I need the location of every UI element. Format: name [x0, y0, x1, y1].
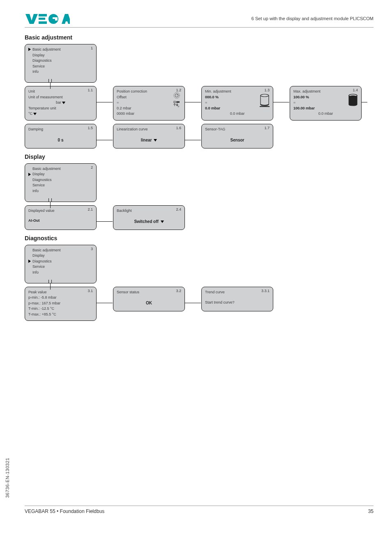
box-linearization: 1.6 Linearization curve linear: [113, 124, 185, 149]
box-title: Unit: [28, 89, 93, 95]
box-position-correction: 1.2 Position correction Offset = 0.2 mba…: [113, 86, 185, 121]
tank-low-icon: [260, 94, 270, 109]
box-title: Trend curve: [205, 290, 270, 295]
box-line: 0.2 mbar: [117, 106, 181, 111]
box-min-adjustment: 1.3 Min. adjustment 000.0 % = 0.0 mbar 0…: [201, 86, 273, 121]
box-peak-value: 3.1 Peak value p-min.: -5.8 mbar p-max.:…: [25, 287, 97, 321]
svg-point-15: [261, 94, 269, 97]
chevron-down-icon: [154, 139, 157, 142]
box-title: Linearization curve: [117, 127, 181, 132]
box-title: Peak value: [28, 290, 93, 295]
box-value: Sensor: [205, 138, 270, 142]
box-number: 2: [91, 165, 93, 169]
box-line: 0000 mbar: [117, 111, 181, 117]
box-value: AI-Out: [28, 218, 93, 223]
footer-left: VEGABAR 55 • Foundation Fieldbus: [25, 508, 104, 514]
box-damping: 1.5 Damping 0 s: [25, 124, 97, 149]
box-value: linear: [117, 138, 181, 142]
box-number: 1.2: [176, 88, 181, 92]
page-number: 35: [368, 508, 374, 514]
document-id: 36736-EN-130321: [5, 458, 10, 498]
box-value: Start trend curve?: [205, 300, 270, 306]
menu-item: Basic adjustment: [32, 47, 93, 53]
menu-box-2: 2 Basic adjustment Display Diagnostics S…: [25, 163, 97, 202]
menu-item: Basic adjustment: [32, 166, 93, 172]
box-number: 3: [91, 247, 93, 251]
box-unit: 1.1 Unit Unit of measurement bar Tempera…: [25, 86, 97, 121]
section-display: Display: [25, 153, 374, 160]
svg-rect-3: [39, 21, 47, 24]
box-value: OK: [117, 301, 181, 305]
box-title: Position correction: [117, 89, 181, 95]
menu-box-3: 3 Basic adjustment Display Diagnostics S…: [25, 245, 97, 283]
box-number: 3.3.1: [261, 289, 270, 293]
box-number: 2.4: [176, 207, 181, 211]
box-line: T-max.: +85.5 °C: [28, 312, 93, 318]
menu-item: Diagnostics: [32, 259, 93, 265]
box-max-adjustment: 1.4 Max. adjustment 100.00 % = 100.00 mb…: [290, 86, 362, 121]
svg-line-7: [177, 94, 178, 95]
box-displayed-value: 2.1 Displayed value AI-Out: [25, 205, 97, 230]
menu-item: Diagnostics: [32, 177, 93, 183]
box-number: 1.7: [264, 126, 270, 130]
box-number: 1.1: [88, 88, 93, 92]
menu-item: Info: [32, 69, 93, 75]
menu-item: Diagnostics: [32, 58, 93, 64]
chevron-down-icon: [62, 102, 65, 104]
chapter-title: 6 Set up with the display and adjustment…: [251, 16, 374, 21]
box-number: 1.6: [176, 126, 181, 130]
svg-rect-1: [39, 14, 47, 16]
box-title: Sensor-TAG: [205, 127, 270, 132]
svg-rect-8: [174, 101, 175, 103]
box-backlight: 2.4 Backlight Switched off: [113, 205, 185, 230]
box-sensor-tag: 1.7 Sensor-TAG Sensor: [201, 124, 273, 149]
menu-item: Service: [32, 264, 93, 270]
menu-item: Display: [32, 172, 93, 177]
box-number: 3.2: [176, 289, 181, 293]
svg-rect-16: [260, 106, 270, 107]
box-sensor-status: 3.2 Sensor status OK: [113, 287, 185, 311]
section-diagnostics: Diagnostics: [25, 235, 374, 241]
menu-item: Service: [32, 64, 93, 70]
box-line: bar: [28, 100, 93, 106]
menu-item: Display: [32, 53, 93, 58]
gauge-icon: p: [172, 92, 181, 109]
box-line: =: [117, 100, 181, 106]
box-line: °C: [28, 111, 93, 117]
box-number: 1: [91, 46, 93, 50]
box-line: 0.0 mbar: [293, 111, 358, 117]
box-line: Offset: [117, 95, 181, 100]
box-number: 1.3: [264, 88, 270, 92]
box-line: p-min.: -5.8 mbar: [28, 295, 93, 301]
menu-item: Service: [32, 183, 93, 188]
menu-item: Info: [32, 188, 93, 194]
box-trend-curve: 3.3.1 Trend curve Start trend curve?: [201, 287, 273, 311]
chevron-down-icon: [33, 113, 37, 115]
box-line: p-max.: 167.5 mbar: [28, 301, 93, 306]
box-line: 0.0 mbar: [205, 111, 270, 117]
box-title: Damping: [28, 127, 93, 132]
svg-rect-9: [176, 101, 180, 103]
svg-marker-0: [25, 14, 38, 24]
box-value: 0 s: [28, 138, 93, 142]
tank-high-icon: [348, 94, 358, 109]
chevron-down-icon: [161, 220, 164, 223]
box-title: Sensor status: [117, 290, 181, 295]
svg-rect-2: [39, 18, 45, 20]
box-number: 1.4: [353, 88, 358, 92]
box-number: 2.1: [88, 207, 93, 211]
box-line: T-min.: -12.5 °C: [28, 306, 93, 312]
box-line: Unit of measurement: [28, 95, 93, 100]
box-number: 1.5: [88, 126, 93, 130]
section-basic-adjustment: Basic adjustment: [25, 34, 374, 41]
vega-logo: [25, 12, 70, 25]
svg-text:p: p: [178, 105, 180, 107]
menu-box-1: 1 Basic adjustment Display Diagnostics S…: [25, 44, 97, 83]
svg-marker-4: [62, 14, 70, 24]
box-number: 3.1: [88, 289, 93, 293]
menu-item: Display: [32, 253, 93, 259]
box-title: Backlight: [117, 208, 181, 214]
box-title: Displayed value: [28, 208, 93, 214]
box-value: Switched off: [117, 219, 181, 224]
menu-item: Info: [32, 270, 93, 276]
